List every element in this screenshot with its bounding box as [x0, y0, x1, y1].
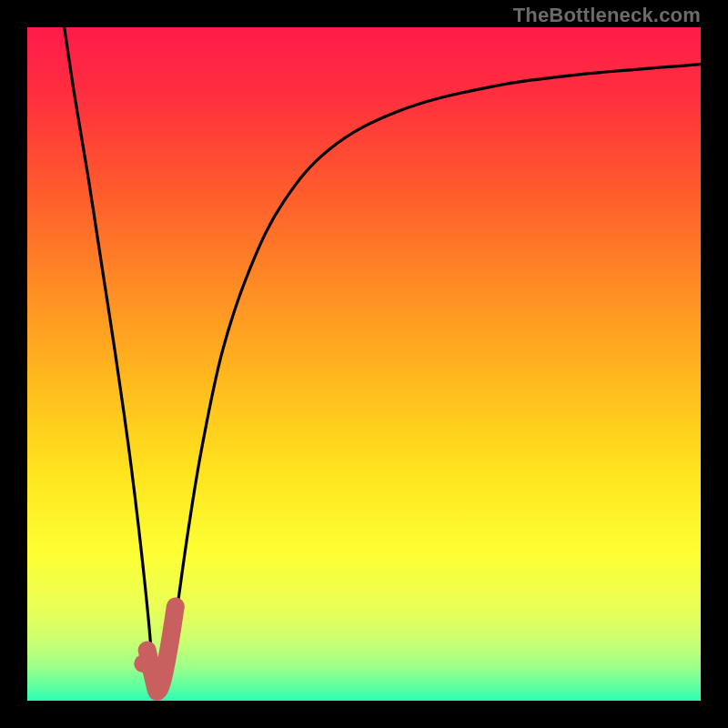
curve-layer	[27, 27, 701, 701]
selection-dot	[134, 654, 152, 672]
bottleneck-curve-left	[65, 27, 154, 687]
chart-frame: TheBottleneck.com	[0, 0, 728, 728]
watermark-text: TheBottleneck.com	[513, 4, 701, 27]
bottleneck-curve-right	[166, 65, 701, 688]
plot-area	[27, 27, 701, 701]
selection-hook	[147, 606, 176, 691]
